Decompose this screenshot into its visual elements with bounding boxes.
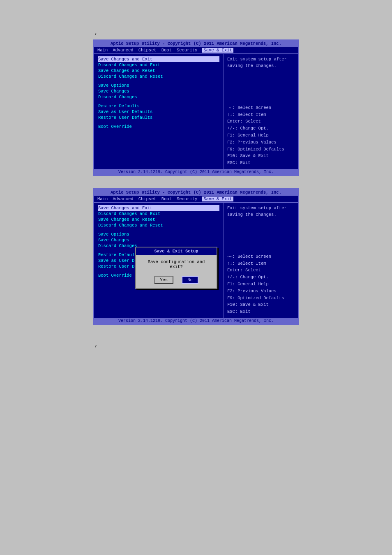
bios2-menu-list: Save Changes and Exit Discard Changes an… (94, 203, 224, 318)
bios1-menubar: Main Advanced Chipset Boot Security Save… (94, 47, 298, 54)
bios2-right-panel: Exit system setup after saving the chang… (224, 203, 298, 318)
bios2-titlebar: Aptio Setup Utility - Copyright (C) 2011… (94, 189, 298, 196)
bios1-right-panel: Exit system setup after saving the chang… (224, 54, 298, 169)
comma-top-char: , (95, 29, 98, 35)
bios1-gap-3 (98, 120, 219, 124)
bios1-item-boot-override[interactable]: Boot Override (98, 124, 219, 130)
bios2-dialog-buttons: Yes No (136, 273, 217, 288)
bios2-dialog-yes[interactable]: Yes (154, 276, 173, 284)
bios2-nav-text: →←: Select Screen ↑↓: Select Item Enter:… (227, 253, 295, 315)
bios1-menu-list: Save Changes and Exit Discard Changes an… (94, 54, 224, 169)
bios1-gap-1 (98, 79, 219, 83)
bios2-menu-advanced[interactable]: Advanced (113, 197, 133, 201)
bios2-item-save-changes[interactable]: Save Changes (98, 237, 219, 243)
bios1-item-save-options[interactable]: Save Options (98, 83, 219, 88)
page-wrapper: , Aptio Setup Utility - Copyright (C) 20… (0, 0, 392, 555)
bios1-item-save-reset[interactable]: Save Changes and Reset (98, 68, 219, 74)
bios1-item-discard-reset[interactable]: Discard Changes and Reset (98, 74, 219, 79)
bios2-dialog-no[interactable]: No (182, 276, 198, 284)
bios1-nav-text: →←: Select Screen ↑↓: Select Item Enter:… (227, 104, 295, 166)
comma-top: , (0, 25, 392, 35)
bios1-gap-2 (98, 100, 219, 103)
bios1-content: Save Changes and Exit Discard Changes an… (94, 54, 298, 169)
bios-screen-2: Aptio Setup Utility - Copyright (C) 2011… (93, 188, 299, 325)
bios2-gap-1 (98, 228, 219, 231)
bios1-menu-main[interactable]: Main (97, 48, 108, 53)
bios2-dialog-title: Save & Exit Setup (136, 247, 217, 255)
bios2-help-text: Exit system setup after saving the chang… (227, 205, 295, 218)
bios2-dialog-body: Save configuration and exit? (136, 255, 217, 273)
comma-bottom: , (0, 341, 392, 352)
bios2-item-save-options[interactable]: Save Options (98, 231, 219, 237)
bios1-menu-security[interactable]: Security (177, 48, 197, 53)
bios2-menu-save-exit[interactable]: Save & Exit (202, 197, 233, 201)
bios2-content: Save Changes and Exit Discard Changes an… (94, 203, 298, 318)
bios2-menu-main[interactable]: Main (97, 197, 108, 201)
bios1-menu-boot[interactable]: Boot (161, 48, 172, 53)
bios2-menu-chipset[interactable]: Chipset (138, 197, 157, 201)
bios1-item-save-changes[interactable]: Save Changes (98, 88, 219, 94)
bios2-item-discard-exit[interactable]: Discard Changes and Exit (98, 211, 219, 217)
bios1-menu-advanced[interactable]: Advanced (113, 48, 133, 53)
bios2-dialog-container: Save & Exit Setup Save configuration and… (135, 247, 217, 289)
bios1-item-discard-exit[interactable]: Discard Changes and Exit (98, 62, 219, 68)
bios1-menu-save-exit[interactable]: Save & Exit (202, 48, 233, 53)
bios1-titlebar: Aptio Setup Utility - Copyright (C) 2011… (94, 40, 298, 47)
comma-bottom-char: , (95, 341, 98, 348)
bios2-footer: Version 2.14.1219. Copyright (C) 2011 Am… (94, 318, 298, 324)
bios2-menu-security[interactable]: Security (177, 197, 197, 201)
bios2-menubar: Main Advanced Chipset Boot Security Save… (94, 196, 298, 203)
bios1-item-save-user-defaults[interactable]: Save as User Defaults (98, 109, 219, 115)
bios1-menu-chipset[interactable]: Chipset (138, 48, 157, 53)
bios1-footer: Version 2.14.1219. Copyright (C) 2011 Am… (94, 169, 298, 175)
bios1-item-save-exit[interactable]: Save Changes and Exit (98, 56, 219, 62)
bios2-item-discard-reset[interactable]: Discard Changes and Reset (98, 222, 219, 228)
bios1-item-restore-user[interactable]: Restore User Defaults (98, 115, 219, 120)
bios1-item-restore-defaults[interactable]: Restore Defaults (98, 103, 219, 109)
bios2-dialog[interactable]: Save & Exit Setup Save configuration and… (135, 247, 217, 289)
bios2-item-save-exit[interactable]: Save Changes and Exit (98, 205, 219, 211)
bios2-item-save-reset[interactable]: Save Changes and Reset (98, 217, 219, 222)
bios1-item-discard-changes[interactable]: Discard Changes (98, 94, 219, 100)
bios2-menu-boot[interactable]: Boot (161, 197, 172, 201)
bios-screen-1: Aptio Setup Utility - Copyright (C) 2011… (93, 39, 299, 176)
bios1-help-text: Exit system setup after saving the chang… (227, 56, 295, 69)
